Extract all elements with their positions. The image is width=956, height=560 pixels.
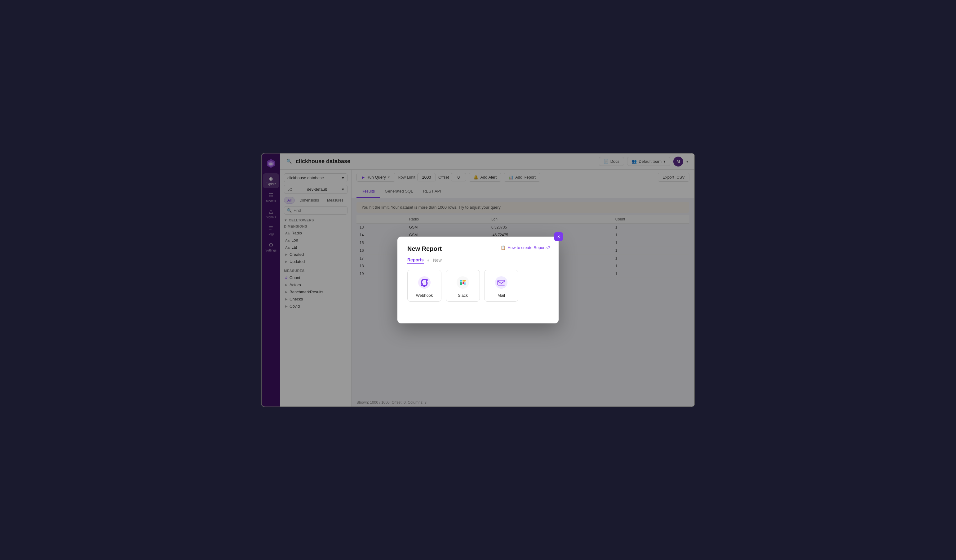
svg-rect-16 — [460, 282, 462, 285]
svg-rect-22 — [497, 280, 505, 285]
webhook-label: Webhook — [416, 293, 433, 298]
svg-rect-15 — [460, 280, 462, 282]
mail-icon — [494, 275, 509, 290]
slack-icon — [455, 275, 470, 290]
mail-label: Mail — [497, 293, 505, 298]
app-container: ◈ Explore Models ⚠ Signals Logs ⚙ Settin… — [261, 153, 695, 407]
slack-label: Slack — [458, 293, 468, 298]
modal-overlay: × New Report 📋 How to create Reports? Re… — [262, 154, 694, 406]
new-report-modal: × New Report 📋 How to create Reports? Re… — [398, 237, 558, 323]
svg-rect-20 — [464, 282, 465, 285]
how-to-link[interactable]: 📋 How to create Reports? — [501, 245, 550, 250]
modal-tabs: Reports New — [407, 257, 549, 264]
modal-tab-reports[interactable]: Reports — [407, 257, 424, 264]
report-cards: Webhook — [407, 270, 549, 302]
report-card-slack[interactable]: Slack — [446, 270, 480, 302]
svg-rect-19 — [462, 280, 464, 282]
modal-close-button[interactable]: × — [554, 232, 563, 241]
help-icon: 📋 — [501, 245, 506, 250]
svg-point-11 — [421, 284, 423, 286]
tab-separator-dot — [428, 260, 429, 261]
svg-rect-18 — [462, 282, 464, 284]
modal-tab-new[interactable]: New — [433, 258, 442, 263]
svg-point-13 — [423, 285, 425, 287]
webhook-icon — [417, 275, 432, 290]
svg-point-12 — [426, 279, 428, 281]
report-card-webhook[interactable]: Webhook — [407, 270, 442, 302]
report-card-mail[interactable]: Mail — [484, 270, 518, 302]
